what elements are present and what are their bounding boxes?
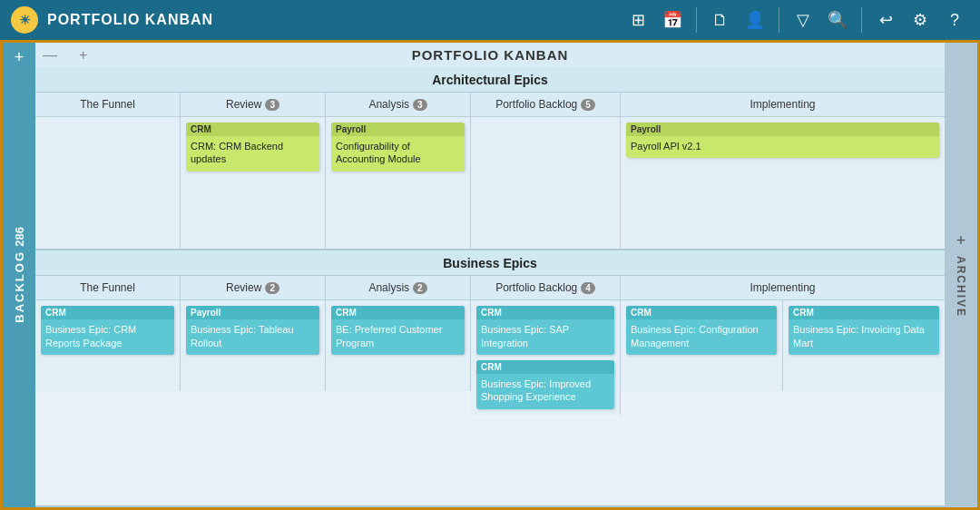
biz-implementing-sub1: CRM Business Epic: Configuration Managem… (621, 300, 783, 391)
card-invoicing-data-mart[interactable]: CRM Business Epic: Invoicing Data Mart (789, 306, 939, 355)
app-logo: ☀ (11, 6, 38, 34)
arch-review-cards: CRM CRM: CRM Backend updates (181, 117, 326, 249)
arch-review-badge: 3 (265, 99, 279, 111)
arch-funnel-cards (35, 117, 181, 249)
card-label: CRM (41, 306, 174, 319)
arch-epics-title: Architectural Epics (432, 73, 548, 87)
navbar: ☀ PORTFOLIO KANBAN ⊞ 📅 🗋 👤 ▽ 🔍 ↩ ⚙ ? (0, 0, 980, 40)
biz-col-headers: The Funnel Review 2 Analysis 2 Portfolio… (35, 276, 945, 300)
arch-col-funnel: The Funnel (35, 93, 181, 116)
board-title: PORTFOLIO KANBAN (412, 47, 569, 63)
arch-col-headers: The Funnel Review 3 Analysis 3 Portfolio… (35, 93, 945, 117)
nav-icon-group: ⊞ 📅 🗋 👤 ▽ 🔍 ↩ ⚙ ? (623, 5, 969, 34)
card-text: Business Epic: Improved Shopping Experie… (476, 374, 614, 409)
app-title: PORTFOLIO KANBAN (47, 12, 614, 28)
board-header: + — PORTFOLIO KANBAN (35, 43, 945, 67)
card-text: Configurability of Accounting Module (331, 136, 465, 172)
arch-col-implementing: Implementing (621, 93, 945, 116)
biz-review-badge: 2 (265, 282, 279, 294)
biz-funnel-cards: CRM Business Epic: CRM Reports Package (35, 300, 181, 391)
calendar-icon[interactable]: 📅 (658, 5, 687, 34)
card-text: Business Epic: Invoicing Data Mart (789, 319, 939, 355)
card-preferred-customer[interactable]: CRM BE: Preferred Customer Program (331, 306, 465, 355)
nav-separator-1 (696, 7, 697, 33)
arch-portfolio-backlog-cards (471, 117, 621, 249)
card-label: CRM (626, 306, 777, 319)
arch-analysis-badge: 3 (413, 99, 427, 111)
backlog-plus-button[interactable]: + (15, 48, 24, 67)
backlog-strip: + 286 BACKLOG (3, 43, 35, 507)
help-icon[interactable]: ? (940, 5, 969, 34)
card-label: CRM (476, 360, 614, 374)
biz-portfolio-backlog-cards: CRM Business Epic: SAP Integration CRM B… (471, 300, 621, 414)
board-controls: + — (43, 47, 64, 64)
grid-view-icon[interactable]: ⊞ (623, 5, 652, 34)
card-text: BE: Preferred Customer Program (331, 319, 465, 355)
biz-portfolio-badge: 4 (581, 282, 595, 294)
arch-implementing-cards: Payroll Payroll API v2.1 (621, 117, 945, 249)
archive-strip: + ARCHIVE (945, 43, 977, 507)
settings-icon[interactable]: ⚙ (906, 5, 935, 34)
nav-separator-2 (779, 7, 779, 33)
board-collapse-button[interactable]: — (43, 47, 57, 64)
biz-epics-title: Business Epics (443, 256, 537, 270)
arch-col-analysis: Analysis 3 (326, 93, 471, 116)
card-label: Payroll (331, 123, 465, 136)
card-text: Business Epic: Configuration Management (626, 319, 777, 355)
biz-col-funnel: The Funnel (35, 276, 181, 299)
biz-col-portfolio-backlog: Portfolio Backlog 4 (471, 276, 621, 299)
architectural-epics-section: Architectural Epics The Funnel Review 3 … (35, 67, 945, 250)
biz-col-implementing: Implementing (621, 276, 945, 299)
arch-epics-title-row: Architectural Epics (35, 67, 945, 93)
biz-analysis-cards: CRM BE: Preferred Customer Program (326, 300, 471, 391)
nav-separator-3 (861, 7, 862, 33)
board-add-button[interactable]: + (79, 47, 87, 64)
card-label: CRM (331, 306, 465, 319)
filter-icon[interactable]: ▽ (789, 5, 818, 34)
main-content: + 286 BACKLOG + — PORTFOLIO KANBAN Archi… (0, 40, 980, 510)
business-epics-section: Business Epics The Funnel Review 2 Analy… (35, 250, 945, 507)
arch-col-review: Review 3 (181, 93, 326, 116)
biz-cards-area: CRM Business Epic: CRM Reports Package P… (35, 300, 945, 505)
card-text: Business Epic: SAP Integration (476, 319, 614, 355)
card-crm-backend[interactable]: CRM CRM: CRM Backend updates (186, 123, 319, 172)
biz-epics-title-row: Business Epics (35, 250, 945, 276)
backlog-count: 286 (13, 227, 26, 247)
card-text: Payroll API v2.1 (626, 136, 939, 158)
kanban-board: + — PORTFOLIO KANBAN Architectural Epics… (35, 43, 945, 507)
backlog-label: BACKLOG (13, 250, 26, 323)
card-label: CRM (186, 123, 319, 136)
card-tableau-rollout[interactable]: Payroll Business Epic: Tableau Rollout (186, 306, 319, 355)
card-text: Business Epic: CRM Reports Package (41, 319, 174, 355)
card-text: CRM: CRM Backend updates (186, 136, 319, 172)
arch-col-portfolio-backlog: Portfolio Backlog 5 (471, 93, 621, 116)
biz-analysis-badge: 2 (413, 282, 427, 294)
biz-implementing-cards: CRM Business Epic: Configuration Managem… (621, 300, 945, 391)
biz-col-review: Review 2 (181, 276, 326, 299)
card-sap-integration[interactable]: CRM Business Epic: SAP Integration (476, 306, 614, 355)
search-icon[interactable]: 🔍 (823, 5, 852, 34)
archive-plus-button[interactable]: + (956, 231, 966, 250)
card-label: CRM (789, 306, 939, 319)
add-user-icon[interactable]: 👤 (740, 5, 769, 34)
card-label: CRM (476, 306, 614, 319)
biz-review-cards: Payroll Business Epic: Tableau Rollout (181, 300, 326, 391)
card-payroll-api[interactable]: Payroll Payroll API v2.1 (626, 123, 939, 158)
arch-portfolio-badge: 5 (581, 99, 595, 111)
card-crm-reports[interactable]: CRM Business Epic: CRM Reports Package (41, 306, 174, 355)
card-shopping-experience[interactable]: CRM Business Epic: Improved Shopping Exp… (476, 360, 614, 409)
biz-implementing-sub2: CRM Business Epic: Invoicing Data Mart (783, 300, 945, 391)
card-label: Payroll (626, 123, 939, 136)
back-icon[interactable]: ↩ (871, 5, 900, 34)
card-payroll-accounting[interactable]: Payroll Configurability of Accounting Mo… (331, 123, 465, 172)
arch-analysis-cards: Payroll Configurability of Accounting Mo… (326, 117, 471, 249)
card-text: Business Epic: Tableau Rollout (186, 319, 319, 355)
card-config-mgmt[interactable]: CRM Business Epic: Configuration Managem… (626, 306, 777, 355)
arch-cards-area: CRM CRM: CRM Backend updates Payroll Con… (35, 117, 945, 249)
card-label: Payroll (186, 306, 319, 319)
biz-col-analysis: Analysis 2 (326, 276, 471, 299)
add-page-icon[interactable]: 🗋 (706, 5, 735, 34)
archive-label: ARCHIVE (955, 256, 967, 318)
